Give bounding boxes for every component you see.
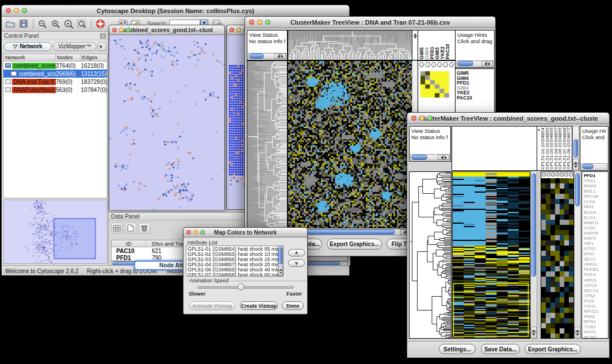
- gene-label[interactable]: MAK31: [584, 220, 608, 225]
- minimize-button[interactable]: [119, 28, 124, 32]
- gene-label[interactable]: FIG4: [584, 298, 608, 304]
- tv2-collabel-scrollbar[interactable]: [572, 126, 579, 171]
- tv1-column-labels[interactable]: GIM5GIM4PFD1GIM3YKE2PAC10: [418, 30, 456, 60]
- minimize-button[interactable]: [419, 116, 424, 121]
- gene-label[interactable]: CLN1: [584, 199, 608, 204]
- dialog-titlebar[interactable]: Map Colors to Network: [183, 228, 307, 237]
- attribute-list-scrollbar[interactable]: [278, 246, 283, 276]
- gene-label[interactable]: GPI16: [584, 283, 608, 288]
- gene-label[interactable]: HAP3: [584, 236, 608, 241]
- column-label[interactable]: YKE2: [440, 31, 445, 59]
- close-button[interactable]: [411, 116, 416, 121]
- zoom-x-icon[interactable]: [551, 173, 555, 177]
- gene-label[interactable]: PAN1: [584, 314, 608, 319]
- create-vizmap-button[interactable]: Create Vizmap: [240, 301, 278, 310]
- gene-label[interactable]: CPA2: [584, 293, 608, 298]
- gene-label[interactable]: MON2: [584, 335, 608, 339]
- column-label[interactable]: GIM4: [424, 31, 430, 59]
- tv1-summary-heatmap[interactable]: [420, 71, 449, 98]
- tv1-export-graphics-button[interactable]: Export Graphics...: [327, 239, 382, 250]
- network-row[interactable]: DNA and Tran 07 769(0) 183728(0): [3, 78, 107, 86]
- row-label[interactable]: PAC10: [457, 95, 493, 101]
- tv2-detail-heatmap[interactable]: [541, 178, 573, 338]
- gene-label[interactable]: SEC1: [584, 256, 608, 262]
- zoom-in-icon[interactable]: [542, 173, 546, 177]
- pan-icon[interactable]: [443, 62, 447, 67]
- open-icon[interactable]: [4, 18, 17, 30]
- zoom-button[interactable]: [22, 8, 27, 13]
- zoom-selected-icon[interactable]: [62, 18, 75, 30]
- zoom-out-icon[interactable]: [546, 173, 550, 177]
- column-label[interactable]: GPL51-03 (GSM856): [549, 127, 554, 170]
- zoom-out-icon[interactable]: [425, 62, 430, 67]
- column-label[interactable]: GPL51-08 (GSM872): [567, 127, 571, 170]
- tab-vizmapper[interactable]: VizMapper™: [53, 42, 97, 51]
- overview-canvas[interactable]: [3, 200, 107, 263]
- move-up-button[interactable]: ∧: [288, 249, 305, 256]
- gene-label[interactable]: HRD3: [584, 278, 608, 283]
- zoom-fit-icon[interactable]: [75, 18, 89, 30]
- zoom-out-icon[interactable]: [36, 18, 49, 30]
- minimize-button[interactable]: [257, 20, 262, 25]
- tv1-usage-scrollbar[interactable]: [456, 60, 494, 67]
- gene-label[interactable]: VIP1: [584, 241, 608, 246]
- speed-slider-track[interactable]: [197, 286, 294, 289]
- gene-label[interactable]: YRA1: [584, 178, 608, 183]
- gene-label[interactable]: RPO21: [584, 309, 608, 314]
- gene-label[interactable]: RPN1: [584, 319, 608, 324]
- tv2-settings-button[interactable]: Settings...: [439, 344, 476, 354]
- fit-icon[interactable]: [569, 173, 573, 177]
- close-button[interactable]: [249, 20, 254, 25]
- tv2-usage-scrollbar[interactable]: [581, 163, 607, 170]
- treeview2-titlebar[interactable]: ClusterMaker TreeView : combined_scores_…: [407, 113, 609, 124]
- speed-slider-thumb[interactable]: [238, 283, 244, 290]
- minimize-button[interactable]: [236, 28, 241, 32]
- close-button[interactable]: [112, 28, 117, 32]
- data-col-id[interactable]: ID: [112, 240, 146, 247]
- tv1-heatmap[interactable]: [288, 60, 412, 228]
- col-header-nodes[interactable]: Nodes: [56, 54, 81, 61]
- minimize-button[interactable]: [14, 8, 19, 13]
- tv2-vscrollbar[interactable]: [530, 171, 537, 339]
- delete-attribute-icon[interactable]: [139, 223, 150, 233]
- tv2-status-scrollbar[interactable]: [410, 154, 450, 160]
- tv2-detail-scrollbar[interactable]: [574, 171, 581, 339]
- tv2-heatmap[interactable]: [452, 171, 530, 339]
- tv2-row-dendrogram[interactable]: [409, 171, 452, 339]
- save-icon[interactable]: [17, 18, 30, 30]
- network-view-titlebar[interactable]: combined_scores_good.txt--cluste...: [109, 25, 224, 35]
- tv2-column-labels[interactable]: GPL51-01 (GSM854)GPL51-02 (GSM855)GPL51-…: [537, 126, 572, 171]
- gene-label[interactable]: PHO81: [584, 267, 608, 272]
- gene-label[interactable]: SPC98: [584, 194, 608, 199]
- gene-label[interactable]: TCB3: [584, 324, 608, 329]
- close-button[interactable]: [6, 8, 11, 13]
- column-label[interactable]: GIM3: [435, 31, 440, 59]
- gene-label[interactable]: MSL1: [584, 189, 608, 194]
- close-button[interactable]: [230, 28, 234, 32]
- zoom-button[interactable]: [427, 116, 433, 121]
- float-panel-icon[interactable]: [100, 30, 106, 41]
- gene-label[interactable]: RNR4: [584, 183, 608, 189]
- main-titlebar[interactable]: Cytoscape Desktop (Session Name: collins…: [2, 5, 349, 17]
- attribute-item[interactable]: GPL51-07 (GSM868) heat shock 60 min: [186, 273, 283, 277]
- column-label[interactable]: GPL51-06 (GSM865): [558, 127, 563, 170]
- gene-label[interactable]: KAP95: [584, 231, 608, 236]
- attribute-table-icon[interactable]: [111, 223, 123, 233]
- zoom-x-icon[interactable]: [431, 62, 436, 67]
- column-label[interactable]: GIM5: [419, 31, 424, 59]
- zoom-y-icon[interactable]: [556, 173, 560, 177]
- new-attribute-icon[interactable]: [125, 223, 136, 233]
- column-label[interactable]: PFD1: [430, 31, 435, 59]
- home-icon[interactable]: [449, 62, 454, 67]
- tv1-column-dendrogram[interactable]: [288, 30, 412, 60]
- network-row[interactable]: combined_sco 2569(6) 13112(15): [3, 70, 107, 78]
- home-icon[interactable]: [564, 173, 568, 177]
- zoom-button[interactable]: [126, 28, 131, 32]
- network-row[interactable]: RNAPuberNov2+[ 563(0) 107847(0): [3, 86, 107, 94]
- zoom-y-icon[interactable]: [437, 62, 442, 67]
- done-button[interactable]: Done: [282, 301, 304, 310]
- gene-label[interactable]: NIS1: [584, 204, 608, 209]
- close-button[interactable]: [186, 230, 191, 235]
- help-lifering-icon[interactable]: [94, 18, 107, 30]
- column-label[interactable]: PAC10: [445, 31, 450, 59]
